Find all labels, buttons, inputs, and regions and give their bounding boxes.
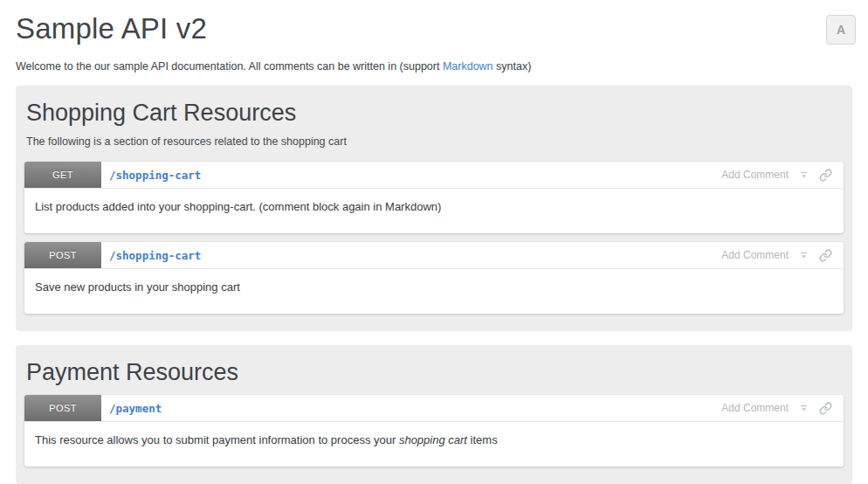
collapse-icon[interactable]	[799, 403, 809, 413]
welcome-text-suffix: syntax)	[493, 60, 532, 73]
endpoint-card-get-shopping-cart: GET /shopping-cart Add Comment List prod…	[24, 162, 844, 233]
endpoint-path: /shopping-cart	[109, 249, 201, 262]
collapse-icon[interactable]	[799, 169, 809, 180]
endpoint-description: This resource allows you to submit payme…	[24, 422, 844, 467]
api-doc-page: Sample API v2 A Welcome to the our sampl…	[0, 0, 868, 484]
endpoint-description: List products added into your shopping-c…	[24, 189, 844, 233]
method-badge: POST	[24, 395, 101, 421]
add-comment-link[interactable]: Add Comment	[721, 249, 789, 261]
section-payment-resources: Payment Resources POST /payment Add Comm…	[16, 345, 852, 484]
endpoint-description-text: List products added into your shopping-c…	[35, 200, 441, 213]
endpoint-actions: Add Comment	[721, 169, 844, 182]
endpoint-header[interactable]: POST /payment Add Comment	[24, 395, 844, 422]
endpoint-description-italic: shopping cart	[399, 433, 467, 446]
permalink-icon[interactable]	[819, 169, 832, 182]
permalink-icon[interactable]	[819, 249, 832, 262]
markdown-link[interactable]: Markdown	[443, 60, 493, 73]
endpoint-actions: Add Comment	[721, 402, 844, 415]
endpoint-description: Save new products in your shopping cart	[24, 269, 844, 314]
endpoint-path: /payment	[109, 402, 162, 415]
method-badge: POST	[24, 242, 101, 268]
endpoint-header[interactable]: POST /shopping-cart Add Comment	[24, 242, 844, 269]
section-title: Shopping Cart Resources	[26, 99, 842, 127]
endpoint-path: /shopping-cart	[109, 169, 201, 182]
add-comment-link[interactable]: Add Comment	[721, 169, 789, 181]
method-badge: GET	[24, 162, 101, 188]
welcome-text-prefix: Welcome to the our sample API documentat…	[16, 60, 443, 73]
section-description: The following is a section of resources …	[26, 135, 842, 148]
welcome-text: Welcome to the our sample API documentat…	[16, 60, 852, 73]
endpoint-description-text: This resource allows you to submit payme…	[35, 433, 399, 446]
section-shopping-cart-resources: Shopping Cart Resources The following is…	[16, 86, 852, 331]
endpoint-actions: Add Comment	[721, 249, 844, 262]
page-header: Sample API v2 A	[0, 0, 868, 46]
collapse-icon[interactable]	[799, 250, 809, 260]
add-comment-link[interactable]: Add Comment	[721, 402, 789, 414]
endpoint-card-post-shopping-cart: POST /shopping-cart Add Comment Save new…	[24, 242, 844, 314]
account-button[interactable]: A	[826, 15, 856, 45]
endpoint-description-text: Save new products in your shopping cart	[35, 280, 240, 294]
endpoint-description-text: items	[467, 433, 498, 446]
endpoint-card-post-payment: POST /payment Add Comment This resource …	[24, 395, 844, 467]
section-title: Payment Resources	[26, 358, 842, 386]
page-title: Sample API v2	[16, 11, 207, 46]
endpoint-header[interactable]: GET /shopping-cart Add Comment	[24, 162, 844, 189]
permalink-icon[interactable]	[819, 402, 832, 415]
